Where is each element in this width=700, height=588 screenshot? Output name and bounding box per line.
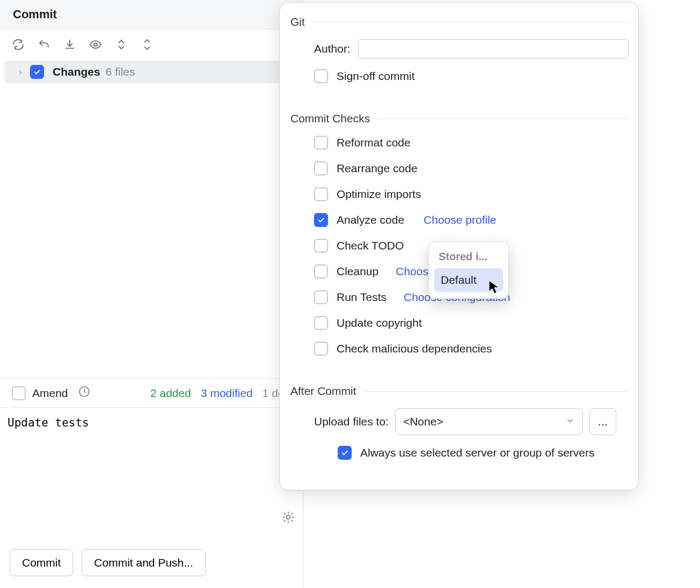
chevron-down-icon (565, 415, 575, 428)
changes-row[interactable]: › Changes 6 files (4, 61, 298, 83)
panel-header: Commit ⋮ (0, 0, 303, 30)
commit-panel: Commit ⋮ › Changes 6 files (0, 0, 303, 588)
check-todo-label: Check TODO (337, 239, 404, 252)
stat-modified: 3 modified (201, 387, 253, 400)
author-input[interactable] (358, 39, 629, 58)
upload-label: Upload files to: (314, 415, 389, 428)
optimize-label: Optimize imports (337, 188, 421, 201)
run-tests-label: Run Tests (337, 291, 387, 304)
button-row: Commit Commit and Push... (0, 542, 303, 588)
download-icon[interactable] (63, 38, 76, 51)
analyze-row[interactable]: Analyze code Choose profile (314, 213, 629, 227)
rearrange-checkbox[interactable] (314, 161, 328, 175)
amend-checkbox[interactable] (12, 386, 26, 400)
toolbar (0, 30, 303, 58)
amend-toggle[interactable]: Amend (12, 386, 68, 400)
analyze-label: Analyze code (337, 214, 404, 226)
section-commit-checks-title: Commit Checks (290, 112, 370, 125)
changes-count: 6 files (106, 65, 135, 78)
upload-browse-button[interactable]: ... (589, 408, 616, 435)
cleanup-checkbox[interactable] (314, 264, 328, 278)
stat-added: 2 added (150, 387, 191, 400)
always-checkbox[interactable] (338, 446, 352, 460)
author-label: Author: (314, 42, 351, 55)
panel-title: Commit (13, 8, 57, 21)
changes-checkbox[interactable] (30, 65, 44, 79)
signoff-row[interactable]: Sign-off commit (314, 69, 629, 83)
upload-select[interactable]: <None> (395, 408, 583, 435)
malicious-label: Check malicious dependencies (337, 342, 492, 355)
reformat-checkbox[interactable] (314, 136, 328, 150)
upload-select-value: <None> (403, 415, 443, 428)
history-icon[interactable] (78, 385, 91, 401)
copyright-checkbox[interactable] (314, 316, 328, 330)
updown-icon[interactable] (115, 38, 128, 51)
run-tests-checkbox[interactable] (314, 290, 328, 304)
copyright-label: Update copyright (337, 317, 422, 329)
analyze-checkbox[interactable] (314, 213, 328, 227)
summary-row: Amend 2 added 3 modified 1 dele (0, 378, 303, 408)
section-after-commit-title: After Commit (290, 385, 356, 398)
malicious-row[interactable]: Check malicious dependencies (314, 342, 629, 356)
author-row: Author: (314, 39, 629, 58)
commit-button[interactable]: Commit (10, 549, 73, 576)
always-label: Always use selected server or group of s… (360, 446, 595, 459)
optimize-row[interactable]: Optimize imports (314, 187, 629, 201)
section-commit-checks: Commit Checks (290, 112, 629, 125)
signoff-label: Sign-off commit (337, 70, 415, 83)
commit-and-push-button[interactable]: Commit and Push... (82, 549, 205, 576)
reformat-row[interactable]: Reformat code (314, 136, 629, 150)
svg-point-0 (94, 43, 97, 46)
changes-label: Changes (53, 65, 100, 78)
svg-point-2 (287, 516, 290, 519)
optimize-checkbox[interactable] (314, 187, 328, 201)
always-row[interactable]: Always use selected server or group of s… (338, 446, 629, 460)
eye-icon[interactable] (89, 38, 102, 51)
section-after-commit: After Commit (290, 385, 629, 398)
profile-menu-header: Stored i... (434, 247, 503, 268)
refresh-icon[interactable] (12, 38, 25, 51)
section-git: Git (290, 16, 629, 28)
signoff-checkbox[interactable] (314, 69, 328, 83)
chevron-right-icon[interactable]: › (16, 67, 25, 77)
amend-label: Amend (32, 387, 68, 400)
analyze-choose-profile-link[interactable]: Choose profile (424, 214, 496, 226)
rearrange-row[interactable]: Rearrange code (314, 161, 629, 175)
reformat-label: Reformat code (337, 136, 411, 149)
rearrange-label: Rearrange code (337, 162, 418, 175)
commit-message-input[interactable] (0, 408, 303, 542)
cleanup-label: Cleanup (337, 265, 378, 278)
malicious-checkbox[interactable] (314, 342, 328, 356)
undo-icon[interactable] (38, 38, 50, 51)
check-todo-checkbox[interactable] (314, 239, 328, 253)
gear-icon[interactable] (281, 510, 295, 527)
close-icon[interactable] (141, 38, 154, 51)
cursor-icon (488, 280, 500, 297)
section-git-title: Git (290, 16, 305, 28)
upload-row: Upload files to: <None> ... (314, 408, 629, 435)
copyright-row[interactable]: Update copyright (314, 316, 629, 330)
